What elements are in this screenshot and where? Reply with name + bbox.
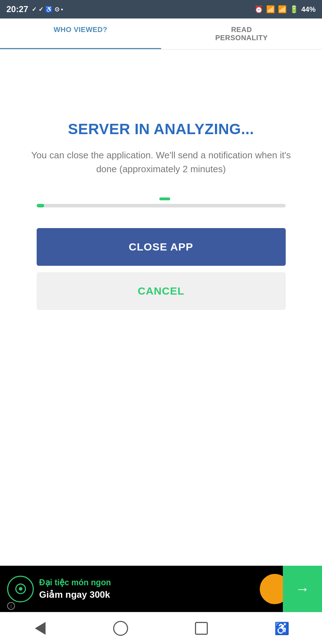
bottom-nav-bar: ♿: [0, 612, 322, 644]
nav-back-button[interactable]: [30, 618, 51, 639]
progress-container: [37, 197, 286, 225]
ad-text-block: Đại tiệc món ngon Giảm ngay 300k: [34, 578, 260, 600]
nav-recents-button[interactable]: [191, 618, 212, 639]
battery-percent: 44%: [301, 5, 316, 14]
signal-icon: 📶: [278, 5, 287, 14]
analyzing-title: SERVER IN ANALYZING...: [68, 121, 254, 138]
nav-accessibility-button[interactable]: ♿: [271, 618, 292, 639]
close-app-button[interactable]: CLOSE APP: [37, 228, 286, 266]
ad-arrow-button[interactable]: →: [283, 566, 322, 612]
tab-read-personality[interactable]: READPERSONALITY: [161, 19, 322, 49]
back-icon: [35, 622, 46, 635]
recents-icon: [195, 622, 208, 635]
analyzing-subtitle: You can close the application. We'll sen…: [21, 148, 301, 176]
ad-text-line1: Đại tiệc món ngon: [39, 578, 254, 587]
battery-icon: 🔋: [290, 5, 299, 14]
home-icon: [113, 621, 128, 636]
main-content: SERVER IN ANALYZING... You can close the…: [0, 49, 322, 566]
tabs-container: WHO VIEWED? READPERSONALITY: [0, 19, 322, 49]
wifi-icon: 📶: [266, 5, 275, 14]
accessibility-icon: ♿: [274, 621, 289, 635]
progress-bar-fill: [37, 204, 44, 207]
tab-who-viewed[interactable]: WHO VIEWED?: [0, 19, 161, 49]
nav-home-button[interactable]: [110, 618, 131, 639]
status-time: 20:27: [6, 4, 28, 14]
cancel-button[interactable]: CANCEL: [37, 272, 286, 310]
alarm-icon: ⏰: [254, 5, 263, 14]
buttons-section: CLOSE APP CANCEL: [37, 228, 286, 310]
ad-text-line2: Giảm ngay 300k: [39, 589, 254, 600]
status-icons: ✓ ✓ ♿ ⊙ •: [32, 6, 63, 13]
status-bar: 20:27 ✓ ✓ ♿ ⊙ • ⏰ 📶 📶 🔋 44%: [0, 0, 322, 19]
progress-bar-background: [37, 204, 286, 207]
ad-banner[interactable]: Đại tiệc món ngon Giảm ngay 300k → i: [0, 566, 322, 612]
status-bar-right: ⏰ 📶 📶 🔋 44%: [254, 5, 316, 14]
ad-brand-icon: [7, 576, 34, 602]
ad-info-icon[interactable]: i: [7, 602, 15, 610]
progress-indicator-label: [159, 197, 170, 200]
ad-arrow-icon: →: [295, 581, 310, 597]
